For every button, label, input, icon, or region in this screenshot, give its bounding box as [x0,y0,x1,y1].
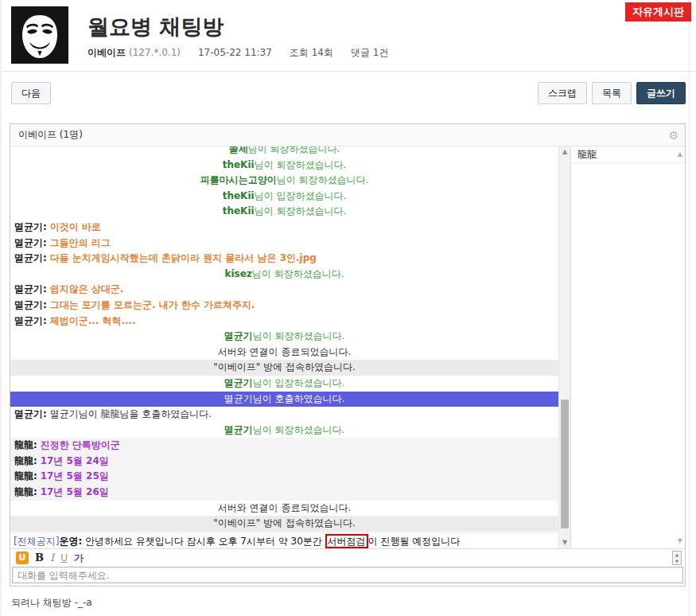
scroll-up-icon[interactable]: ▲ [559,148,570,156]
scroll-down-icon[interactable]: ▼ [559,539,570,547]
page-right-edge [689,0,690,616]
chat-input-row [10,566,685,586]
user-list-panel: 龍龍 ▲ ▼ [570,146,685,548]
chat-scrollbar[interactable]: ▲ ▼ [558,146,570,548]
font-color-button[interactable]: 가 [74,553,84,563]
bold-button[interactable]: B [35,552,44,563]
chat-message: 멸균기: 그들만의 리그 [10,236,558,251]
global-notice-bar: [전체공지]운영: 안녕하세요 유챗입니다 잠시후 오후 7시부터 약 30분간… [10,532,558,548]
action-button-row: 다음 스크랩 목록 글쓰기 [11,82,686,104]
chat-message: 멸균기: 멸균기님이 龍龍님을 호출하였습니다. [10,407,558,423]
chat-message: theKii님이 입장하셨습니다. [10,189,558,205]
chat-message: 피를마시는고양이님이 퇴장하셨습니다. [10,173,558,189]
notice-text-before: 안녕하세요 유챗입니다 잠시후 오후 7시부터 약 30분간 [82,536,325,547]
chat-message: 멸균기님이 호출하였습니다. [10,392,558,407]
chat-body: 쓸세님이 퇴장하셨습니다.theKii님이 퇴장하셨습니다.피를마시는고양이님이… [10,146,685,548]
author-ip: (127.*.0.1) [129,47,181,58]
chat-message: 龍龍: 17년 5월 25일 [10,469,558,485]
anonymous-mask-icon [11,6,68,64]
user-list-items: 龍龍 [571,146,685,163]
chat-message: 멸균기: 다들 눈치게임시작했는데 촌닭이라 뭔지 몰라서 남은 3인.jpg [10,251,558,267]
write-button[interactable]: 글쓰기 [636,82,686,104]
userlist-scroll-up-icon[interactable]: ▲ [678,150,682,158]
size-stepper[interactable]: ▲ ▼ [672,551,682,565]
chat-format-toolbar: U B I U 가 ▲ ▼ [10,548,685,566]
chat-scrollbar-thumb[interactable] [561,400,569,528]
comment-count: 댓글 1건 [351,47,388,58]
chat-message: 龍龍: 17년 5월 26일 [10,485,558,501]
notice-sender: 운영: [59,536,82,547]
userlist-scroll-down-icon[interactable]: ▼ [678,537,682,544]
chat-room-title: 이베이프 (1명) [18,128,83,142]
chat-message: 서버와 연결이 종료되었습니다. [10,501,558,517]
chat-messages-column: 쓸세님이 퇴장하셨습니다.theKii님이 퇴장하셨습니다.피를마시는고양이님이… [10,146,558,548]
chat-message: theKii님이 퇴장하셨습니다. [10,158,558,173]
chat-message: 龍龍: 17년 5월 24일 [10,454,558,470]
post-meta: 이베이프(127.*.0.1)17-05-22 11:37조회 14회댓글 1건 [87,46,388,60]
underline-button[interactable]: U [60,553,68,563]
uchat-logo-icon[interactable]: U [16,552,29,564]
notice-prefix: [전체공지] [14,536,59,547]
chat-message: theKii님이 퇴장하셨습니다. [10,204,558,220]
page-left-edge [0,0,2,616]
chat-message: kisez님이 퇴장하셨습니다. [10,267,558,283]
chat-message: 멸균기: 쉽지않은 상대군. [10,282,558,298]
right-action-buttons: 스크랩 목록 글쓰기 [538,82,686,104]
chat-message: 멸균기님이 퇴장하셨습니다. [10,423,558,439]
highlight-box: 서버점검 [325,534,368,548]
board-link-button[interactable]: 자유게시판 [625,2,691,21]
notice-text-after: 이 진행될 예정입니다 [368,536,461,547]
page-title: 월요병 채팅방 [87,15,388,39]
comment-note: 되려나 채팅방 -_-a [11,596,696,610]
italic-button[interactable]: I [50,552,54,563]
post-header: 월요병 채팅방 이베이프(127.*.0.1)17-05-22 11:37조회 … [0,0,696,72]
user-list-item[interactable]: 龍龍 [571,146,685,163]
list-button[interactable]: 목록 [592,82,632,104]
gear-icon[interactable]: ⚙ [668,129,679,142]
chat-message: 멸균기: 이것이 바로 [10,220,558,236]
author-name: 이베이프 [87,47,126,58]
chat-message: 쓸세님이 퇴장하셨습니다. [10,146,558,158]
scrap-button[interactable]: 스크랩 [538,82,587,104]
post-header-text: 월요병 채팅방 이베이프(127.*.0.1)17-05-22 11:37조회 … [87,6,388,60]
chat-room-header: 이베이프 (1명) ⚙ [10,124,685,146]
chat-message: 멸균기: 제법이군... 헉헉.... [10,314,558,329]
next-button[interactable]: 다음 [11,82,51,104]
chat-message: 서버와 연결이 종료되었습니다. [10,345,558,361]
view-count: 조회 14회 [290,47,333,58]
chat-message: 龍龍: 진정한 단톡방이군 [10,438,558,454]
chat-message: 멸균기님이 퇴장하셨습니다. [10,329,558,345]
chat-messages: 쓸세님이 퇴장하셨습니다.theKii님이 퇴장하셨습니다.피를마시는고양이님이… [10,146,558,532]
chat-message-input[interactable] [12,567,683,583]
chat-message: "이베이프" 방에 접속하였습니다. [10,360,558,376]
chat-message: 멸균기님이 입장하셨습니다. [10,376,558,392]
chat-widget: 이베이프 (1명) ⚙ 쓸세님이 퇴장하셨습니다.theKii님이 퇴장하셨습니… [10,123,686,587]
stepper-down-icon[interactable]: ▼ [675,559,679,563]
chat-message: 멸균기: 그대는 포기를 모르는군. 내가 한수 가르쳐주지. [10,298,558,314]
chat-message: "이베이프" 방에 접속하였습니다. [10,516,558,532]
stepper-up-icon[interactable]: ▲ [675,552,679,557]
post-date: 17-05-22 11:37 [198,47,272,58]
